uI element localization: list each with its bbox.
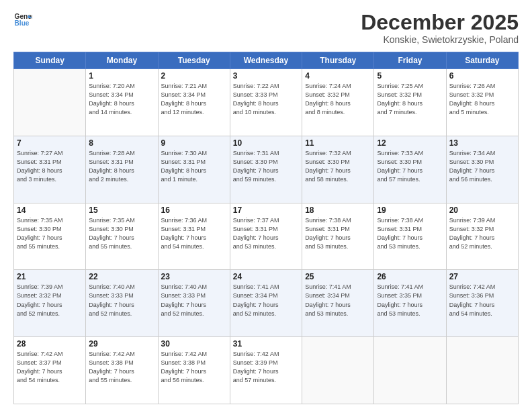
calendar-cell: 15Sunrise: 7:35 AM Sunset: 3:30 PM Dayli… (86, 203, 158, 270)
cell-day-number: 24 (233, 272, 299, 281)
calendar-cell: 27Sunrise: 7:42 AM Sunset: 3:36 PM Dayli… (446, 270, 518, 337)
cell-info: Sunrise: 7:34 AM Sunset: 3:30 PM Dayligh… (449, 149, 515, 184)
cell-day-number: 19 (377, 205, 443, 215)
cell-day-number: 30 (161, 339, 227, 349)
calendar-week-3: 14Sunrise: 7:35 AM Sunset: 3:30 PM Dayli… (14, 203, 519, 270)
month-title: December 2025 (361, 11, 519, 34)
cell-info: Sunrise: 7:28 AM Sunset: 3:31 PM Dayligh… (89, 149, 154, 184)
cell-day-number: 25 (305, 272, 371, 281)
cell-info: Sunrise: 7:35 AM Sunset: 3:30 PM Dayligh… (89, 216, 154, 251)
cell-info: Sunrise: 7:37 AM Sunset: 3:31 PM Dayligh… (233, 216, 299, 251)
cell-day-number: 6 (449, 71, 515, 81)
calendar-week-4: 21Sunrise: 7:39 AM Sunset: 3:32 PM Dayli… (14, 270, 519, 337)
calendar-cell: 10Sunrise: 7:31 AM Sunset: 3:30 PM Dayli… (230, 136, 302, 203)
calendar-cell (374, 337, 446, 404)
weekday-header-friday: Friday (374, 52, 446, 69)
calendar-cell: 29Sunrise: 7:42 AM Sunset: 3:38 PM Dayli… (86, 337, 158, 404)
calendar-cell: 4Sunrise: 7:24 AM Sunset: 3:32 PM Daylig… (302, 69, 374, 136)
cell-day-number: 11 (305, 138, 371, 148)
cell-info: Sunrise: 7:42 AM Sunset: 3:38 PM Dayligh… (161, 350, 227, 385)
calendar-week-1: 1Sunrise: 7:20 AM Sunset: 3:34 PM Daylig… (14, 69, 519, 136)
cell-day-number: 21 (17, 272, 83, 281)
cell-info: Sunrise: 7:22 AM Sunset: 3:33 PM Dayligh… (233, 82, 299, 117)
cell-day-number: 13 (449, 138, 515, 148)
cell-day-number: 29 (89, 339, 154, 349)
calendar-cell: 26Sunrise: 7:41 AM Sunset: 3:35 PM Dayli… (374, 270, 446, 337)
calendar-cell: 22Sunrise: 7:40 AM Sunset: 3:33 PM Dayli… (86, 270, 158, 337)
calendar-cell: 28Sunrise: 7:42 AM Sunset: 3:37 PM Dayli… (14, 337, 86, 404)
cell-info: Sunrise: 7:27 AM Sunset: 3:31 PM Dayligh… (17, 149, 83, 184)
cell-info: Sunrise: 7:39 AM Sunset: 3:32 PM Dayligh… (449, 216, 515, 251)
calendar-cell: 1Sunrise: 7:20 AM Sunset: 3:34 PM Daylig… (86, 69, 158, 136)
title-block: December 2025 Konskie, Swietokrzyskie, P… (361, 11, 519, 45)
cell-info: Sunrise: 7:38 AM Sunset: 3:31 PM Dayligh… (305, 216, 371, 251)
cell-info: Sunrise: 7:36 AM Sunset: 3:31 PM Dayligh… (161, 216, 227, 251)
cell-day-number: 17 (233, 205, 299, 215)
cell-info: Sunrise: 7:41 AM Sunset: 3:34 PM Dayligh… (305, 283, 371, 318)
calendar-cell: 5Sunrise: 7:25 AM Sunset: 3:32 PM Daylig… (374, 69, 446, 136)
page: General Blue December 2025 Konskie, Swie… (0, 0, 532, 411)
cell-info: Sunrise: 7:41 AM Sunset: 3:35 PM Dayligh… (377, 283, 443, 318)
calendar-cell: 2Sunrise: 7:21 AM Sunset: 3:34 PM Daylig… (158, 69, 230, 136)
calendar-cell: 7Sunrise: 7:27 AM Sunset: 3:31 PM Daylig… (14, 136, 86, 203)
cell-info: Sunrise: 7:40 AM Sunset: 3:33 PM Dayligh… (89, 283, 154, 318)
calendar-cell: 21Sunrise: 7:39 AM Sunset: 3:32 PM Dayli… (14, 270, 86, 337)
calendar-cell: 17Sunrise: 7:37 AM Sunset: 3:31 PM Dayli… (230, 203, 302, 270)
cell-day-number: 1 (89, 71, 154, 81)
cell-info: Sunrise: 7:42 AM Sunset: 3:37 PM Dayligh… (17, 350, 83, 385)
cell-info: Sunrise: 7:35 AM Sunset: 3:30 PM Dayligh… (17, 216, 83, 251)
cell-info: Sunrise: 7:32 AM Sunset: 3:30 PM Dayligh… (305, 149, 371, 184)
cell-info: Sunrise: 7:42 AM Sunset: 3:38 PM Dayligh… (89, 350, 154, 385)
calendar-cell: 31Sunrise: 7:42 AM Sunset: 3:39 PM Dayli… (230, 337, 302, 404)
cell-day-number: 26 (377, 272, 443, 281)
header: General Blue December 2025 Konskie, Swie… (13, 11, 519, 45)
calendar-cell: 14Sunrise: 7:35 AM Sunset: 3:30 PM Dayli… (14, 203, 86, 270)
cell-day-number: 12 (377, 138, 443, 148)
cell-day-number: 18 (305, 205, 371, 215)
cell-info: Sunrise: 7:41 AM Sunset: 3:34 PM Dayligh… (233, 283, 299, 318)
calendar-table: SundayMondayTuesdayWednesdayThursdayFrid… (13, 52, 519, 404)
calendar-cell: 23Sunrise: 7:40 AM Sunset: 3:33 PM Dayli… (158, 270, 230, 337)
cell-day-number: 2 (161, 71, 227, 81)
calendar-cell: 19Sunrise: 7:38 AM Sunset: 3:31 PM Dayli… (374, 203, 446, 270)
calendar-cell (302, 337, 374, 404)
calendar-cell: 3Sunrise: 7:22 AM Sunset: 3:33 PM Daylig… (230, 69, 302, 136)
cell-day-number: 5 (377, 71, 443, 81)
cell-day-number: 14 (17, 205, 83, 215)
calendar-cell (446, 337, 518, 404)
cell-info: Sunrise: 7:38 AM Sunset: 3:31 PM Dayligh… (377, 216, 443, 251)
calendar-cell: 25Sunrise: 7:41 AM Sunset: 3:34 PM Dayli… (302, 270, 374, 337)
cell-info: Sunrise: 7:25 AM Sunset: 3:32 PM Dayligh… (377, 82, 443, 117)
weekday-header-sunday: Sunday (14, 52, 86, 69)
cell-info: Sunrise: 7:42 AM Sunset: 3:39 PM Dayligh… (233, 350, 299, 385)
weekday-header-monday: Monday (86, 52, 158, 69)
cell-info: Sunrise: 7:21 AM Sunset: 3:34 PM Dayligh… (161, 82, 227, 117)
calendar-cell: 13Sunrise: 7:34 AM Sunset: 3:30 PM Dayli… (446, 136, 518, 203)
cell-info: Sunrise: 7:39 AM Sunset: 3:32 PM Dayligh… (17, 283, 83, 318)
weekday-header-row: SundayMondayTuesdayWednesdayThursdayFrid… (14, 52, 519, 69)
cell-info: Sunrise: 7:40 AM Sunset: 3:33 PM Dayligh… (161, 283, 227, 318)
calendar-week-2: 7Sunrise: 7:27 AM Sunset: 3:31 PM Daylig… (14, 136, 519, 203)
cell-day-number: 9 (161, 138, 227, 148)
calendar-cell: 30Sunrise: 7:42 AM Sunset: 3:38 PM Dayli… (158, 337, 230, 404)
cell-day-number: 31 (233, 339, 299, 349)
weekday-header-thursday: Thursday (302, 52, 374, 69)
calendar-cell: 11Sunrise: 7:32 AM Sunset: 3:30 PM Dayli… (302, 136, 374, 203)
cell-info: Sunrise: 7:26 AM Sunset: 3:32 PM Dayligh… (449, 82, 515, 117)
cell-day-number: 7 (17, 138, 83, 148)
cell-info: Sunrise: 7:33 AM Sunset: 3:30 PM Dayligh… (377, 149, 443, 184)
calendar-cell: 8Sunrise: 7:28 AM Sunset: 3:31 PM Daylig… (86, 136, 158, 203)
weekday-header-tuesday: Tuesday (158, 52, 230, 69)
calendar-cell (14, 69, 86, 136)
weekday-header-wednesday: Wednesday (230, 52, 302, 69)
cell-info: Sunrise: 7:24 AM Sunset: 3:32 PM Dayligh… (305, 82, 371, 117)
cell-day-number: 8 (89, 138, 154, 148)
calendar-cell: 9Sunrise: 7:30 AM Sunset: 3:31 PM Daylig… (158, 136, 230, 203)
cell-info: Sunrise: 7:42 AM Sunset: 3:36 PM Dayligh… (449, 283, 515, 318)
calendar-cell: 16Sunrise: 7:36 AM Sunset: 3:31 PM Dayli… (158, 203, 230, 270)
cell-day-number: 10 (233, 138, 299, 148)
cell-day-number: 4 (305, 71, 371, 81)
cell-info: Sunrise: 7:31 AM Sunset: 3:30 PM Dayligh… (233, 149, 299, 184)
cell-day-number: 16 (161, 205, 227, 215)
location: Konskie, Swietokrzyskie, Poland (361, 34, 519, 45)
